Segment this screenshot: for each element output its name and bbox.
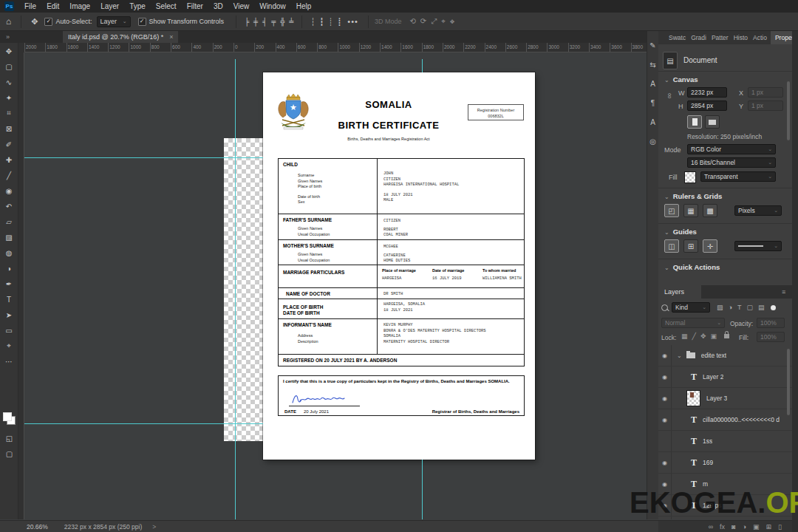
panel-tab[interactable]: Gradi xyxy=(691,34,706,41)
vertical-guide[interactable] xyxy=(422,59,423,72)
more-options-icon[interactable]: ••• xyxy=(347,17,358,26)
type-tool[interactable]: T xyxy=(1,292,17,307)
lock-transparency-icon[interactable]: ▦ xyxy=(681,332,688,340)
layer-row[interactable]: ◉ T 169 xyxy=(658,452,792,474)
zoom-level[interactable]: 20.66% xyxy=(27,523,48,531)
marquee-tool[interactable]: ▢ xyxy=(1,59,17,74)
layer-visibility-icon[interactable]: ◉ xyxy=(658,366,672,387)
horizontal-guide[interactable] xyxy=(24,157,263,158)
panel-tab[interactable]: Actio xyxy=(753,34,767,41)
layer-visibility-icon[interactable]: ◉ xyxy=(658,345,672,366)
layer-row[interactable]: ◉ T cilla0000000..<<<<<<<<0 d xyxy=(658,409,792,431)
history-brush-tool[interactable]: ↶ xyxy=(1,199,17,214)
menu-item[interactable]: Window xyxy=(259,2,286,10)
adjustment-layer-icon[interactable]: ◑ xyxy=(743,523,746,531)
filter-shape-layers-icon[interactable]: ▢ xyxy=(746,304,753,311)
quick-mask-icon[interactable]: ◱ xyxy=(1,431,17,446)
guides-section-header[interactable]: ⌄Guides xyxy=(664,228,697,236)
portrait-orientation-button[interactable] xyxy=(687,115,702,129)
layer-name[interactable]: edite text xyxy=(701,352,727,359)
lock-guides-icon[interactable]: ⊞ xyxy=(683,239,698,253)
distribute-v-icon[interactable]: ┆ xyxy=(310,18,315,26)
group-chevron-icon[interactable]: ⌄ xyxy=(677,352,682,359)
libraries-panel-icon[interactable]: ◎ xyxy=(649,137,656,146)
glyphs-panel-icon[interactable]: A xyxy=(650,118,655,126)
transparent-canvas-region[interactable] xyxy=(224,138,263,441)
menu-item[interactable]: Image xyxy=(69,2,90,10)
menu-item[interactable]: 3D xyxy=(214,2,223,10)
height-field[interactable]: 2854 px xyxy=(687,100,727,111)
vertical-guide[interactable] xyxy=(235,59,236,519)
menu-item[interactable]: Select xyxy=(156,2,177,10)
layer-effects-icon[interactable]: fx xyxy=(720,523,725,531)
pen-tool[interactable]: ✒ xyxy=(1,276,17,291)
auto-select-checkbox[interactable]: ✓ xyxy=(44,18,52,26)
orbit-3d-icon[interactable]: ⟲ xyxy=(409,17,415,26)
clone-stamp-tool[interactable]: ◉ xyxy=(1,183,17,198)
rulers-grids-section-header[interactable]: ⌄Rulers & Grids xyxy=(664,192,722,200)
lock-position-icon[interactable]: ✥ xyxy=(700,332,706,340)
distribute-h-icon[interactable]: ┇ xyxy=(319,18,324,26)
layer-row[interactable]: ◉ T Layer 2 xyxy=(658,366,792,388)
align-center-h-icon[interactable]: ╪ xyxy=(253,18,258,26)
layer-row[interactable]: ◉ T 1ss xyxy=(658,431,792,452)
move-tool-options-icon[interactable]: ✥ xyxy=(31,17,38,27)
tab-properties[interactable]: Properties xyxy=(771,31,792,44)
toggle-rulers-icon[interactable]: ◰ xyxy=(664,204,679,217)
frame-tool[interactable]: ⊠ xyxy=(1,121,17,136)
bit-depth-dropdown[interactable]: 16 Bits/Channel⌄ xyxy=(687,157,776,168)
toggle-guides-icon[interactable]: ◫ xyxy=(664,239,679,253)
filter-toggle-icon[interactable] xyxy=(771,305,776,310)
lock-artboard-icon[interactable]: ▣ xyxy=(710,332,717,340)
move-tool[interactable]: ✥ xyxy=(1,44,17,58)
lock-pixels-icon[interactable]: ╱ xyxy=(692,332,696,340)
distribute-space-h-icon[interactable]: ┋ xyxy=(337,18,341,26)
clear-guides-icon[interactable]: ✛ xyxy=(703,239,717,253)
link-dimensions-icon[interactable]: ∞ xyxy=(666,93,675,99)
layers-menu-icon[interactable]: ≡ xyxy=(782,288,785,296)
gradient-tool[interactable]: ▨ xyxy=(1,230,17,245)
width-field[interactable]: 2232 px xyxy=(687,87,727,98)
filter-pixel-layers-icon[interactable]: ▨ xyxy=(717,304,723,311)
menu-item[interactable]: Edit xyxy=(47,2,59,10)
toggle-grid-icon[interactable]: ▦ xyxy=(683,204,698,217)
foreground-color-swatch[interactable] xyxy=(3,412,12,421)
quick-actions-section-header[interactable]: ⌄Quick Actions xyxy=(664,263,720,271)
character-panel-icon[interactable]: A xyxy=(650,80,655,88)
layer-name[interactable]: 169 xyxy=(703,459,713,466)
layer-name[interactable]: Layer 3 xyxy=(706,395,727,402)
pan-3d-icon[interactable]: ⤢ xyxy=(431,17,437,26)
paragraph-panel-icon[interactable]: ¶ xyxy=(651,99,655,107)
history-panel-icon[interactable]: ✎ xyxy=(649,41,655,50)
screen-mode-icon[interactable]: ▢ xyxy=(1,446,17,461)
certificate-document[interactable]: ★ SOMALIA BIRTH CERTIFICATE Births, Deat… xyxy=(263,72,535,460)
menu-item[interactable]: Filter xyxy=(187,2,203,10)
layer-name[interactable]: 1ss xyxy=(703,437,712,445)
layer-group-icon[interactable]: ▣ xyxy=(753,523,760,531)
menu-item[interactable]: Help xyxy=(296,2,312,10)
status-arrow-icon[interactable]: > xyxy=(152,523,156,531)
ruler-units-dropdown[interactable]: Pixels⌄ xyxy=(734,205,782,216)
vertical-ruler[interactable]: 2000200400600800100012001400160018002000… xyxy=(18,52,24,519)
layer-row[interactable]: ◉ ⌄ edite text xyxy=(658,345,792,366)
landscape-orientation-button[interactable] xyxy=(705,115,720,129)
fill-dropdown[interactable]: Transparent⌄ xyxy=(700,171,776,182)
close-tab-icon[interactable]: × xyxy=(169,33,173,41)
filter-smart-objects-icon[interactable]: ▤ xyxy=(758,304,765,311)
layer-row[interactable]: ◉ Layer 3 xyxy=(658,388,792,409)
align-left-icon[interactable]: ╞ xyxy=(245,18,249,26)
roll-3d-icon[interactable]: ⟳ xyxy=(420,17,426,26)
layer-mask-icon[interactable]: ◙ xyxy=(732,523,735,531)
path-select-tool[interactable]: ➤ xyxy=(1,307,17,322)
link-layers-icon[interactable]: ∞ xyxy=(709,523,713,531)
tab-layers[interactable]: Layers xyxy=(658,285,701,299)
filter-adjustment-layers-icon[interactable]: ◑ xyxy=(729,304,732,311)
lock-all-icon[interactable] xyxy=(724,334,729,338)
lasso-tool[interactable]: ∿ xyxy=(1,75,17,89)
align-middle-icon[interactable]: ╬ xyxy=(280,18,284,26)
blur-tool[interactable]: ◍ xyxy=(1,245,17,260)
eyedropper-tool[interactable]: ✐ xyxy=(1,137,17,151)
zoom-tool[interactable]: ⌖ xyxy=(1,338,17,353)
edit-toolbar[interactable]: ⋯ xyxy=(1,354,17,369)
distribute-space-v-icon[interactable]: ┊ xyxy=(328,18,332,26)
